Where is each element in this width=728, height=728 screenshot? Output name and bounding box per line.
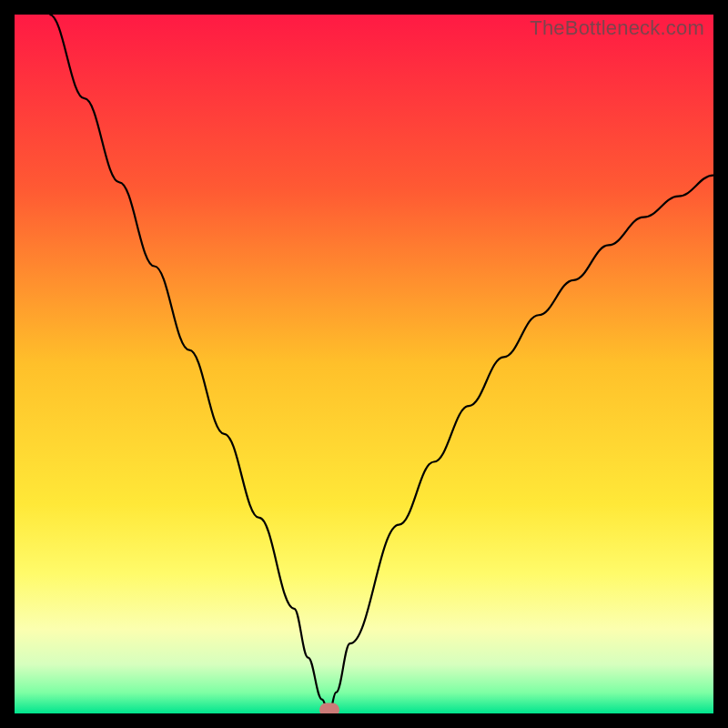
plot-area: TheBottleneck.com — [15, 15, 713, 713]
chart-frame: TheBottleneck.com — [0, 0, 728, 728]
bottleneck-curve — [15, 15, 713, 713]
minimum-marker-icon — [319, 703, 339, 714]
